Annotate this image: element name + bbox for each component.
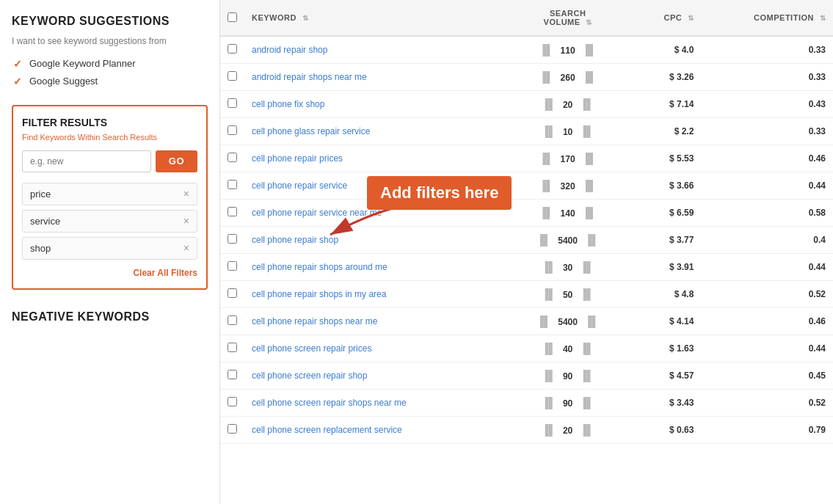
source-google-suggest[interactable]: ✓ Google Suggest — [12, 76, 208, 87]
header-checkbox-col — [220, 0, 244, 36]
checkmark-icon-2: ✓ — [12, 76, 23, 87]
row-checkbox[interactable] — [228, 397, 237, 406]
row-keyword: cell phone screen repair prices — [244, 335, 502, 362]
sort-icon-cpc: ⇅ — [688, 14, 694, 22]
row-checkbox[interactable] — [228, 343, 237, 352]
table-row: cell phone repair prices ▐▌ 170 ▐▌ $ 5.5… — [220, 145, 833, 172]
table-row: android repair shops near me ▐▌ 260 ▐▌ $… — [220, 64, 833, 91]
bar-chart-icon: ▐▌ — [542, 370, 556, 381]
row-search-volume: ▐▌ 20 ▐▌ — [502, 417, 633, 444]
row-competition: 0.44 — [701, 172, 833, 200]
row-keyword: cell phone screen replacement service — [244, 417, 502, 444]
row-checkbox[interactable] — [228, 153, 237, 162]
table-row: android repair shop ▐▌ 110 ▐▌ $ 4.0 0.33 — [220, 36, 833, 64]
main-content: KEYWORD ⇅ SEARCHVOLUME ⇅ CPC ⇅ COMPETITI… — [220, 0, 833, 504]
filter-tag-price: price × — [22, 183, 197, 205]
header-competition[interactable]: COMPETITION ⇅ — [701, 0, 833, 36]
bar-chart-icon-right: ▐▌ — [584, 315, 599, 327]
row-keyword: cell phone repair shops in my area — [244, 281, 502, 308]
row-checkbox[interactable] — [228, 261, 237, 271]
header-cpc[interactable]: CPC ⇅ — [633, 0, 702, 36]
row-keyword: cell phone repair shop — [244, 227, 502, 254]
row-checkbox[interactable] — [228, 288, 237, 298]
row-checkbox[interactable] — [228, 315, 237, 325]
bar-chart-icon-right: ▐▌ — [582, 71, 597, 83]
bar-chart-icon-right: ▐▌ — [580, 397, 594, 409]
row-checkbox[interactable] — [228, 234, 237, 244]
row-search-volume: ▐▌ 40 ▐▌ — [502, 335, 633, 362]
row-checkbox[interactable] — [228, 98, 237, 108]
bar-chart-icon: ▐▌ — [542, 343, 556, 354]
bar-chart-icon: ▐▌ — [542, 98, 556, 110]
row-search-volume: ▐▌ 90 ▐▌ — [502, 390, 633, 417]
table-row: cell phone repair shops around me ▐▌ 30 … — [220, 254, 833, 281]
table-row: cell phone repair service near me ▐▌ 140… — [220, 200, 833, 227]
row-checkbox[interactable] — [228, 71, 237, 81]
row-competition: 0.52 — [701, 390, 833, 417]
remove-filter-price[interactable]: × — [183, 189, 189, 199]
bar-chart-icon: ▐▌ — [542, 288, 556, 300]
row-checkbox[interactable] — [228, 207, 237, 216]
bar-chart-icon: ▐▌ — [539, 180, 553, 191]
row-checkbox[interactable] — [228, 180, 237, 189]
row-search-volume: ▐▌ 10 ▐▌ — [502, 118, 633, 145]
source-google-keyword-planner[interactable]: ✓ Google Keyword Planner — [12, 58, 208, 70]
filter-tag-label-service: service — [30, 216, 60, 227]
bar-chart-icon: ▐▌ — [539, 71, 553, 83]
row-checkbox-cell — [220, 145, 244, 172]
select-all-checkbox[interactable] — [228, 12, 237, 22]
row-checkbox-cell — [220, 172, 244, 200]
row-checkbox[interactable] — [228, 125, 237, 135]
row-search-volume: ▐▌ 20 ▐▌ — [502, 91, 633, 118]
bar-chart-icon: ▐▌ — [542, 397, 556, 409]
row-competition: 0.33 — [701, 118, 833, 145]
row-keyword: cell phone screen repair shop — [244, 362, 502, 390]
filter-tag-service: service × — [22, 210, 197, 233]
filter-input-row: GO — [22, 150, 197, 172]
table-row: cell phone repair shops near me ▐▌ 5400 … — [220, 308, 833, 335]
bar-chart-icon: ▐▌ — [539, 153, 553, 164]
header-keyword[interactable]: KEYWORD ⇅ — [244, 0, 502, 36]
row-competition: 0.4 — [701, 227, 833, 254]
table-row: cell phone fix shop ▐▌ 20 ▐▌ $ 7.14 0.43 — [220, 91, 833, 118]
row-keyword: cell phone screen repair shops near me — [244, 390, 502, 417]
remove-filter-shop[interactable]: × — [183, 243, 189, 253]
table-row: cell phone repair shop ▐▌ 5400 ▐▌ $ 3.77… — [220, 227, 833, 254]
header-search-volume[interactable]: SEARCHVOLUME ⇅ — [502, 0, 633, 36]
row-checkbox[interactable] — [228, 44, 237, 54]
bar-chart-icon-right: ▐▌ — [582, 180, 597, 191]
row-cpc: $ 1.63 — [633, 335, 702, 362]
row-checkbox-cell — [220, 118, 244, 145]
table-row: cell phone screen replacement service ▐▌… — [220, 417, 833, 444]
row-search-volume: ▐▌ 140 ▐▌ — [502, 200, 633, 227]
row-cpc: $ 6.59 — [633, 200, 702, 227]
row-competition: 0.44 — [701, 254, 833, 281]
bar-chart-icon-right: ▐▌ — [580, 424, 594, 436]
row-competition: 0.45 — [701, 362, 833, 390]
row-competition: 0.43 — [701, 91, 833, 118]
row-search-volume: ▐▌ 90 ▐▌ — [502, 362, 633, 390]
bar-chart-icon: ▐▌ — [536, 315, 551, 327]
filter-keyword-input[interactable] — [22, 150, 151, 172]
row-keyword: cell phone glass repair service — [244, 118, 502, 145]
row-search-volume: ▐▌ 5400 ▐▌ — [502, 308, 633, 335]
row-cpc: $ 3.66 — [633, 172, 702, 200]
row-cpc: $ 7.14 — [633, 91, 702, 118]
clear-all-filters-link[interactable]: Clear All Filters — [133, 268, 197, 278]
source-label-1: Google Keyword Planner — [29, 58, 136, 69]
filter-tag-label: price — [30, 189, 51, 200]
bar-chart-icon: ▐▌ — [539, 44, 553, 56]
remove-filter-service[interactable]: × — [183, 216, 189, 226]
go-button[interactable]: GO — [156, 150, 197, 172]
checkmark-icon: ✓ — [12, 58, 23, 70]
row-search-volume: ▐▌ 30 ▐▌ — [502, 254, 633, 281]
row-search-volume: ▐▌ 110 ▐▌ — [502, 36, 633, 64]
row-checkbox[interactable] — [228, 424, 237, 434]
source-label-2: Google Suggest — [29, 76, 98, 87]
keyword-suggestions-subtitle: I want to see keyword suggestions from — [12, 35, 208, 48]
bar-chart-icon-right: ▐▌ — [580, 261, 594, 273]
row-search-volume: ▐▌ 320 ▐▌ — [502, 172, 633, 200]
row-competition: 0.46 — [701, 145, 833, 172]
row-checkbox[interactable] — [228, 370, 237, 379]
row-checkbox-cell — [220, 254, 244, 281]
